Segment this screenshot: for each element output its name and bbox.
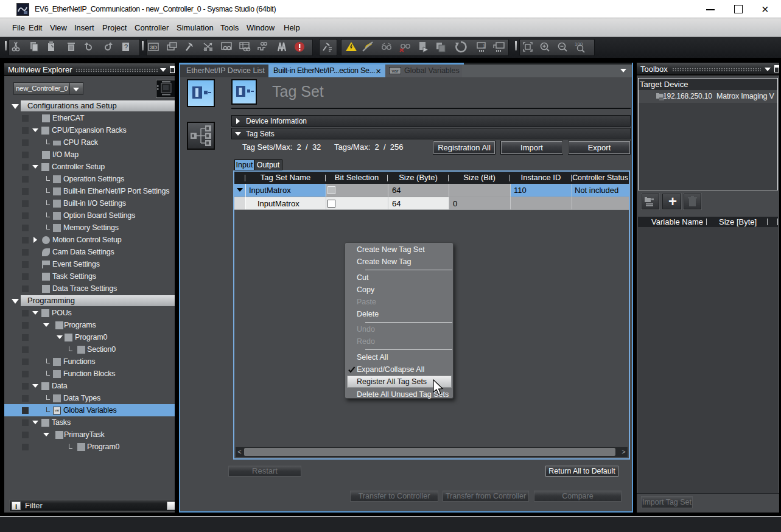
svg-text:1: 1 [483, 44, 485, 48]
svg-text:3D: 3D [150, 44, 157, 51]
svg-text:?: ? [124, 43, 128, 51]
